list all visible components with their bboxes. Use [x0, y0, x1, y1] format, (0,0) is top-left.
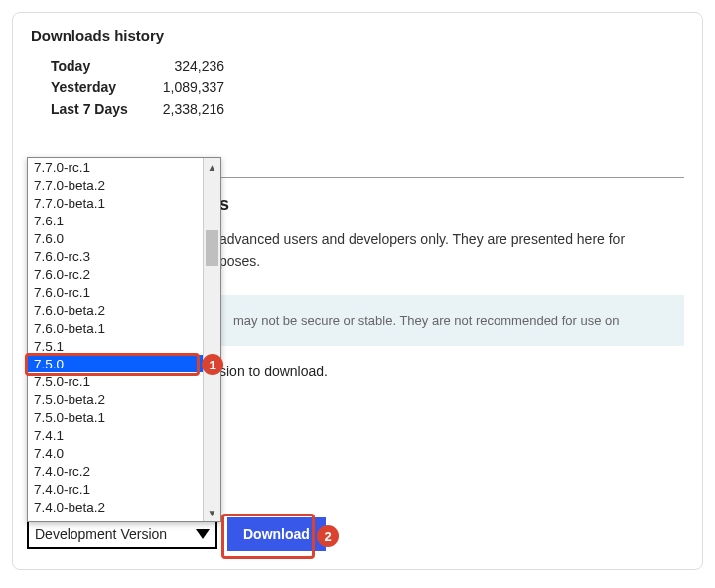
version-listbox[interactable]: 7.7.0-rc.17.7.0-beta.27.7.0-beta.17.6.17…: [27, 157, 221, 522]
scroll-track[interactable]: [204, 176, 220, 504]
version-option[interactable]: 7.5.0-beta.2: [28, 390, 203, 408]
notice-box: may not be secure or stable. They are no…: [219, 295, 684, 346]
download-button[interactable]: Download: [227, 517, 326, 551]
version-option[interactable]: 7.6.0-rc.1: [28, 283, 203, 301]
history-row: Last 7 Days 2,338,216: [51, 101, 684, 117]
version-option[interactable]: 7.6.0-rc.3: [28, 247, 203, 265]
version-option[interactable]: 7.4.0-rc.1: [28, 480, 203, 498]
history-value: 324,236: [145, 58, 224, 74]
version-option[interactable]: 7.7.0-rc.1: [28, 158, 203, 176]
version-option[interactable]: 7.4.0: [28, 444, 203, 462]
listbox-items: 7.7.0-rc.17.7.0-beta.27.7.0-beta.17.6.17…: [28, 158, 203, 521]
version-option[interactable]: 7.4.0-beta.2: [28, 498, 203, 515]
history-label: Today: [51, 58, 145, 74]
version-option[interactable]: 7.6.0-beta.2: [28, 301, 203, 319]
version-option[interactable]: 7.7.0-beta.2: [28, 176, 203, 194]
version-option[interactable]: 7.6.0: [28, 229, 203, 247]
version-option[interactable]: 7.4.1: [28, 426, 203, 444]
chevron-down-icon: [196, 529, 210, 539]
instruction-text: sion to download.: [219, 364, 684, 379]
scrollbar[interactable]: ▲ ▼: [203, 158, 220, 521]
body-line: advanced users and developers only. They…: [219, 231, 625, 247]
history-value: 1,089,337: [145, 79, 224, 95]
version-option[interactable]: 7.5.0: [28, 355, 203, 372]
history-row: Today 324,236: [51, 58, 684, 74]
history-label: Last 7 Days: [51, 101, 145, 117]
section-body: advanced users and developers only. They…: [219, 228, 684, 273]
scroll-thumb[interactable]: [206, 230, 218, 266]
scroll-down-icon[interactable]: ▼: [204, 504, 220, 521]
version-select[interactable]: Development Version: [27, 519, 217, 549]
controls-row: Development Version Download: [27, 517, 326, 551]
version-option[interactable]: 7.5.0-beta.1: [28, 408, 203, 426]
version-option[interactable]: 7.5.1: [28, 337, 203, 355]
history-title: Downloads history: [31, 27, 684, 44]
version-option[interactable]: 7.6.1: [28, 212, 203, 229]
downloads-card: Downloads history Today 324,236 Yesterda…: [12, 12, 703, 570]
version-option[interactable]: 7.6.0-rc.2: [28, 265, 203, 283]
version-option[interactable]: 7.6.0-beta.1: [28, 319, 203, 337]
version-option[interactable]: 7.5.0-rc.1: [28, 372, 203, 390]
notice-text: may not be secure or stable. They are no…: [233, 313, 620, 328]
version-option[interactable]: 7.7.0-beta.1: [28, 194, 203, 212]
version-option[interactable]: 7.4.0-rc.2: [28, 462, 203, 480]
body-line: poses.: [219, 253, 260, 269]
section-heading: s: [219, 194, 684, 215]
history-label: Yesterday: [51, 79, 145, 95]
history-row: Yesterday 1,089,337: [51, 79, 684, 95]
select-placeholder: Development Version: [35, 526, 167, 542]
history-value: 2,338,216: [145, 101, 224, 117]
history-table: Today 324,236 Yesterday 1,089,337 Last 7…: [51, 58, 684, 117]
scroll-up-icon[interactable]: ▲: [204, 158, 220, 176]
